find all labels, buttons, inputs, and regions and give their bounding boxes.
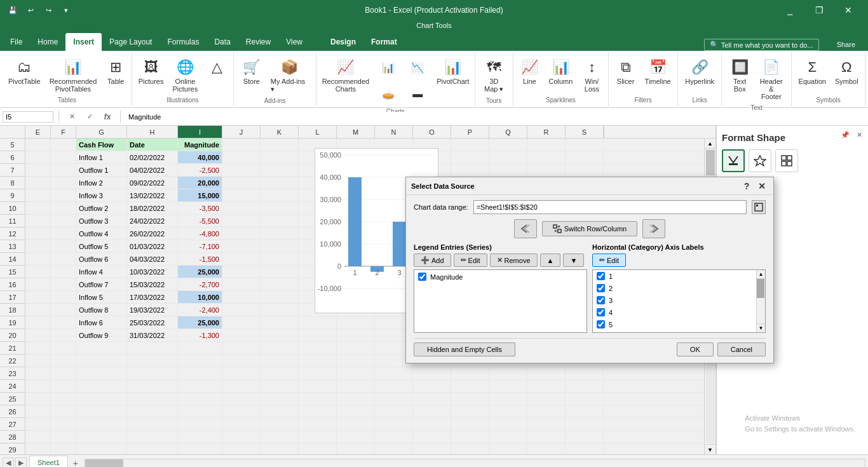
cell-i-6[interactable]: 40,000: [178, 151, 222, 163]
tab-formulas[interactable]: Formulas: [159, 33, 207, 51]
cell-g-26[interactable]: [76, 405, 127, 417]
line-chart-button[interactable]: 📉: [403, 55, 431, 80]
axis-scroll-thumb[interactable]: [757, 279, 764, 298]
confirm-formula-button[interactable]: ✓: [82, 109, 97, 125]
cell-h-6[interactable]: 02/02/2022: [127, 151, 178, 163]
axis-scroll-up[interactable]: ▲: [757, 270, 765, 279]
cell-h-5[interactable]: Date: [127, 139, 178, 151]
cell-h-25[interactable]: [127, 393, 178, 405]
header-footer-button[interactable]: 📄 Header& Footer: [755, 55, 787, 103]
my-addins-button[interactable]: 📦 My Add-ins ▾: [267, 55, 313, 96]
slicer-button[interactable]: ⧉ Slicer: [612, 55, 640, 88]
cell-i-22[interactable]: [178, 355, 222, 367]
chart-data-range-selector[interactable]: [752, 200, 766, 214]
cell-g-15[interactable]: Inflow 4: [76, 266, 127, 278]
cell-h-16[interactable]: 15/03/2022: [127, 278, 178, 290]
cell-i-9[interactable]: 15,000: [178, 189, 222, 201]
edit-series-button[interactable]: ✏ Edit: [454, 254, 487, 267]
cell-g-5[interactable]: Cash Flow: [76, 139, 127, 151]
recommended-charts-button[interactable]: 📈 RecommendedCharts: [318, 55, 374, 95]
tab-file[interactable]: File: [3, 33, 30, 51]
formula-input[interactable]: [126, 112, 865, 122]
switch-row-column-button[interactable]: Switch Row/Column: [542, 221, 637, 236]
edit-axis-button[interactable]: ✏ Edit: [592, 254, 626, 267]
quick-access-dropdown[interactable]: ▾: [58, 3, 74, 18]
cell-h-19[interactable]: 25/03/2022: [127, 316, 178, 328]
text-box-button[interactable]: 🔲 TextBox: [726, 55, 754, 95]
cell-h-12[interactable]: 26/02/2022: [127, 227, 178, 240]
pictures-button[interactable]: 🖼 Pictures: [135, 55, 168, 88]
cell-g-10[interactable]: Outflow 2: [76, 202, 127, 214]
cell-g-22[interactable]: [76, 355, 127, 367]
shapes-button[interactable]: △: [203, 55, 231, 80]
cell-g-20[interactable]: Outflow 9: [76, 329, 127, 341]
series-item-magnitude[interactable]: Magnitude: [414, 270, 587, 283]
hidden-empty-cells-button[interactable]: Hidden and Empty Cells: [414, 342, 515, 356]
undo-button[interactable]: ↩: [23, 3, 38, 18]
cell-g-21[interactable]: [76, 342, 127, 354]
cell-i-10[interactable]: -3,500: [178, 202, 222, 214]
axis-checkbox-5[interactable]: [597, 320, 605, 328]
tab-view[interactable]: View: [278, 33, 310, 51]
cell-i-28[interactable]: [178, 431, 222, 443]
cell-i-19[interactable]: 25,000: [178, 316, 222, 328]
cell-i-27[interactable]: [178, 418, 222, 430]
save-button[interactable]: 💾: [5, 3, 20, 18]
scroll-thumb[interactable]: [706, 150, 715, 175]
cell-h-21[interactable]: [127, 342, 178, 354]
axis-scroll-down[interactable]: ▼: [757, 323, 765, 332]
cell-h-18[interactable]: 19/03/2022: [127, 304, 178, 316]
cell-g-18[interactable]: Outflow 8: [76, 304, 127, 316]
fill-line-icon-button[interactable]: [722, 149, 745, 172]
add-series-button[interactable]: ➕ Add: [414, 254, 451, 267]
move-up-series-button[interactable]: ▲: [540, 254, 561, 267]
cell-g-23[interactable]: [76, 367, 127, 379]
cell-h-9[interactable]: 13/02/2022: [127, 189, 178, 201]
dialog-help-button[interactable]: ?: [740, 180, 753, 192]
cell-h-15[interactable]: 10/03/2022: [127, 266, 178, 278]
scroll-sheets-left[interactable]: ◀: [3, 457, 14, 468]
cell-i-17[interactable]: 10,000: [178, 291, 222, 303]
cell-g-12[interactable]: Outflow 4: [76, 227, 127, 240]
tab-review[interactable]: Review: [238, 33, 278, 51]
cell-g-16[interactable]: Outflow 7: [76, 278, 127, 290]
cell-i-11[interactable]: -5,500: [178, 215, 222, 227]
cell-g-24[interactable]: [76, 380, 127, 392]
cell-i-18[interactable]: -2,400: [178, 304, 222, 316]
axis-checkbox-3[interactable]: [597, 296, 605, 304]
symbol-button[interactable]: Ω Symbol: [831, 55, 862, 88]
cell-h-23[interactable]: [127, 367, 178, 379]
pivot-chart-button[interactable]: 📊 PivotChart: [433, 55, 473, 88]
cell-h-7[interactable]: 04/02/2022: [127, 164, 178, 176]
cancel-button[interactable]: Cancel: [717, 342, 766, 356]
restore-button[interactable]: ❐: [804, 0, 834, 20]
column-chart-button[interactable]: 📊: [374, 55, 402, 80]
cell-i-16[interactable]: -2,700: [178, 278, 222, 290]
cell-g-28[interactable]: [76, 431, 127, 443]
cell-i-8[interactable]: 20,000: [178, 177, 222, 189]
chart-data-range-input[interactable]: [473, 200, 747, 214]
panel-close-button[interactable]: ✕: [853, 128, 865, 141]
cell-i-24[interactable]: [178, 380, 222, 392]
cell-g-14[interactable]: Outflow 6: [76, 253, 127, 265]
horizontal-scrollbar[interactable]: [85, 459, 865, 468]
table-button[interactable]: ⊞ Table: [102, 55, 130, 88]
cell-h-28[interactable]: [127, 431, 178, 443]
tab-insert[interactable]: Insert: [65, 33, 102, 51]
dialog-close-button[interactable]: ✕: [756, 180, 768, 192]
close-button[interactable]: ✕: [834, 0, 863, 20]
minimize-button[interactable]: ⎯: [775, 0, 804, 20]
size-properties-icon-button[interactable]: [775, 149, 798, 172]
cell-reference-input[interactable]: [3, 111, 53, 123]
line-sparkline-button[interactable]: 📈 Line: [515, 55, 543, 88]
tab-design[interactable]: Design: [323, 33, 363, 51]
online-pictures-button[interactable]: 🌐 OnlinePictures: [168, 55, 201, 95]
cell-i-15[interactable]: 25,000: [178, 266, 222, 278]
cell-h-13[interactable]: 01/03/2022: [127, 240, 178, 252]
cell-h-26[interactable]: [127, 405, 178, 417]
cell-g-7[interactable]: Outflow 1: [76, 164, 127, 176]
axis-checkbox-2[interactable]: [597, 284, 605, 292]
cell-h-22[interactable]: [127, 355, 178, 367]
cell-g-29[interactable]: [76, 443, 127, 454]
cell-g-27[interactable]: [76, 418, 127, 430]
